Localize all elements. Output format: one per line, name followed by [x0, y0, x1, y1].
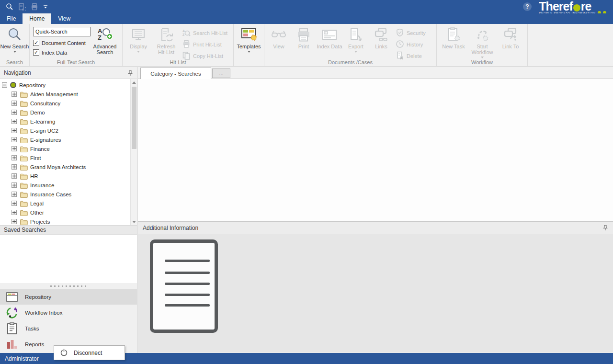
- folder-icon: [20, 191, 28, 198]
- folder-icon: [20, 136, 28, 143]
- display-icon: [131, 27, 146, 43]
- tab-view[interactable]: View: [51, 13, 77, 24]
- expand-icon[interactable]: [11, 101, 17, 106]
- print-icon[interactable]: [31, 3, 38, 11]
- index-data-checkbox[interactable]: ✓: [33, 49, 39, 56]
- expand-icon[interactable]: [11, 201, 17, 206]
- tree-item-repository[interactable]: Repository: [0, 80, 130, 90]
- tab-more[interactable]: ...: [212, 68, 230, 78]
- print-hitlist-button[interactable]: Print Hit-List: [182, 40, 227, 49]
- customize-toolbar-dropdown-icon[interactable]: [43, 4, 48, 9]
- folder-icon: [20, 209, 28, 216]
- document-content-checkbox[interactable]: ✓: [33, 40, 39, 46]
- sidebar-item-repository[interactable]: Repository: [0, 289, 137, 305]
- folder-icon: [20, 127, 28, 134]
- search-hitlist-button[interactable]: AZ Search Hit-List: [182, 28, 227, 38]
- navigation-pin-icon[interactable]: [127, 70, 133, 76]
- expand-icon[interactable]: [11, 155, 17, 160]
- templates-icon: [240, 27, 258, 43]
- scroll-down-icon[interactable]: [131, 218, 137, 225]
- export-icon: [348, 27, 363, 43]
- advanced-search-button[interactable]: AZ Advanced Search: [91, 25, 119, 56]
- refresh-document-icon[interactable]: [18, 3, 26, 11]
- tree-item-folder[interactable]: First: [0, 153, 130, 162]
- refresh-hitlist-icon: [159, 27, 174, 43]
- ribbon-group-search: New Search Search: [0, 24, 30, 66]
- saved-searches-title: Saved Searches: [4, 227, 46, 233]
- disconnect-popup: Disconnect: [54, 345, 125, 360]
- quick-access-toolbar: [0, 3, 48, 11]
- quick-search-input[interactable]: [33, 27, 91, 36]
- new-search-dropdown-icon[interactable]: [13, 51, 16, 53]
- expand-icon[interactable]: [11, 173, 17, 179]
- help-icon[interactable]: ?: [523, 2, 532, 11]
- expand-icon[interactable]: [11, 146, 17, 151]
- ribbon-empty-area: [528, 24, 613, 66]
- sidebar-item-workflow-inbox[interactable]: Workflow Inbox: [0, 305, 137, 320]
- index-data-label: Index Data: [42, 50, 67, 56]
- quick-search-icon[interactable]: [6, 3, 13, 11]
- folder-icon: [20, 91, 28, 98]
- advanced-search-icon: AZ: [97, 27, 113, 43]
- print-big-icon: [296, 27, 311, 43]
- tree-item-folder[interactable]: Consultancy: [0, 99, 130, 108]
- links-icon: [373, 27, 389, 43]
- expand-icon[interactable]: [11, 119, 17, 124]
- ribbon-tab-row: File Home View: [0, 13, 613, 24]
- tree-item-folder[interactable]: Legal: [0, 199, 130, 208]
- tab-file[interactable]: File: [0, 13, 23, 24]
- expand-icon[interactable]: [11, 182, 17, 188]
- group-label-search: Search: [0, 59, 29, 65]
- additional-information-pin-icon[interactable]: [602, 225, 608, 231]
- tree-item-folder[interactable]: Akten Management: [0, 90, 130, 99]
- templates-dropdown-icon[interactable]: [248, 51, 250, 53]
- tree-item-folder[interactable]: HR: [0, 171, 130, 181]
- tree-scrollbar[interactable]: [130, 79, 137, 225]
- expand-icon[interactable]: [11, 128, 17, 133]
- sidebar-item-tasks[interactable]: Tasks: [0, 320, 137, 336]
- tree-item-folder[interactable]: Demo: [0, 108, 130, 117]
- tree-item-folder[interactable]: Projects: [0, 217, 130, 225]
- disconnect-menu-item[interactable]: Disconnect: [74, 350, 102, 356]
- scrollbar-thumb[interactable]: [132, 87, 136, 149]
- expand-icon[interactable]: [11, 192, 17, 197]
- expand-icon[interactable]: [11, 219, 17, 224]
- security-icon: [396, 28, 404, 38]
- tree-item-folder[interactable]: Other: [0, 208, 130, 217]
- link-to-icon: [502, 27, 519, 43]
- expand-icon[interactable]: [11, 110, 17, 115]
- navigation-tree: Repository Akten Management: [0, 80, 130, 225]
- security-button[interactable]: Security: [396, 28, 426, 38]
- view-icon: [271, 27, 287, 43]
- tree-item-folder[interactable]: E-signatures: [0, 135, 130, 144]
- history-button[interactable]: History: [396, 40, 426, 49]
- new-search-icon: [7, 27, 23, 43]
- expand-icon[interactable]: [11, 164, 17, 170]
- tab-category-searches[interactable]: Category - Searches: [140, 68, 211, 79]
- tree-item-folder[interactable]: Insurance: [0, 181, 130, 190]
- start-workflow-dropdown-icon[interactable]: [481, 57, 484, 58]
- tree-item-folder[interactable]: E-sign UC2: [0, 126, 130, 135]
- ribbon-group-documents: View Print Index Data Export Links: [264, 24, 437, 66]
- tree-item-folder[interactable]: Grand Moya Architects: [0, 162, 130, 171]
- navigation-title: Navigation: [4, 69, 31, 76]
- new-search-button[interactable]: New Search: [0, 25, 29, 53]
- expand-icon[interactable]: [11, 137, 17, 142]
- tab-home[interactable]: Home: [23, 13, 51, 24]
- ribbon-group-hitlist: Display Refresh Hit-List AZ Search Hit-L…: [123, 24, 234, 66]
- saved-searches-header: Saved Searches: [0, 225, 137, 235]
- ribbon-group-templates: Templates: [234, 24, 264, 66]
- tree-item-folder[interactable]: Finance: [0, 144, 130, 153]
- expand-icon[interactable]: [11, 91, 17, 97]
- collapse-icon[interactable]: [2, 82, 7, 88]
- templates-button[interactable]: Templates: [234, 25, 264, 53]
- export-dropdown-icon[interactable]: [354, 51, 357, 53]
- repository-root-icon: [10, 82, 16, 88]
- pane-splitter[interactable]: [0, 283, 137, 289]
- tree-item-folder[interactable]: E-learning: [0, 117, 130, 126]
- tree-item-folder[interactable]: Insurance Cases: [0, 190, 130, 199]
- folder-icon: [20, 200, 28, 207]
- display-dropdown-icon[interactable]: [137, 51, 140, 53]
- scroll-up-icon[interactable]: [131, 79, 137, 86]
- expand-icon[interactable]: [11, 210, 17, 215]
